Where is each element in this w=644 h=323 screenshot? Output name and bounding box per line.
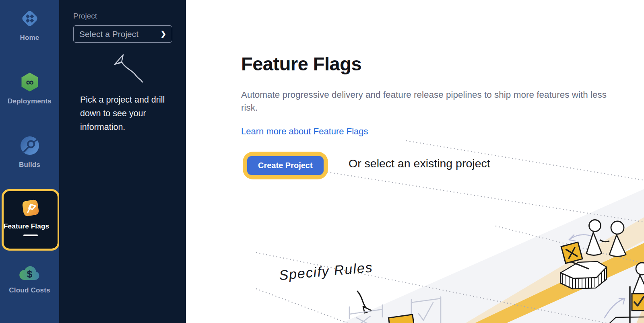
sidebar-item-feature-flags[interactable]: Feature Flags	[2, 189, 60, 251]
learn-more-link[interactable]: Learn more about Feature Flags	[241, 125, 371, 138]
page-title: Feature Flags	[241, 53, 361, 75]
home-icon	[19, 8, 40, 29]
sidebar-item-label: Cloud Costs	[0, 286, 59, 294]
sidebar-item-label: Builds	[0, 161, 59, 169]
project-panel-label: Project	[73, 12, 97, 21]
deployments-icon: ∞	[19, 72, 40, 93]
sidebar-item-builds[interactable]: Builds	[0, 135, 59, 169]
chevron-right-icon: ❯	[161, 30, 166, 38]
cloud-costs-icon: $	[18, 263, 41, 282]
or-select-text: Or select an existing project	[349, 157, 490, 170]
project-panel: Project Select a Project ❯ Pick a projec…	[59, 0, 186, 323]
svg-text:∞: ∞	[26, 76, 33, 88]
sidebar-item-label: Home	[0, 34, 59, 42]
feature-flags-icon	[20, 198, 41, 218]
builds-icon	[19, 135, 40, 156]
page-description: Automate progressive delivery and featur…	[241, 88, 623, 114]
app-window: Home ∞ Deployments Builds	[0, 0, 644, 323]
project-selector[interactable]: Select a Project ❯	[73, 25, 172, 43]
create-project-button[interactable]: Create Project	[247, 156, 324, 175]
sidebar-item-home[interactable]: Home	[0, 8, 59, 42]
main-content: Specify Rules Feature Flags Automate pro…	[186, 0, 644, 323]
sidebar-item-cloud-costs[interactable]: $ Cloud Costs	[0, 263, 59, 294]
sidebar-item-deployments[interactable]: ∞ Deployments	[0, 72, 59, 105]
module-sidebar: Home ∞ Deployments Builds	[0, 0, 59, 323]
project-selector-value: Select a Project	[79, 29, 138, 39]
project-panel-hint: Pick a project and drill down to see you…	[80, 93, 171, 134]
sidebar-item-label: Deployments	[0, 97, 59, 105]
create-project-highlight-ring: Create Project	[243, 152, 328, 179]
arrow-doodle-icon	[103, 49, 155, 89]
active-module-indicator	[23, 235, 38, 236]
sidebar-item-label: Feature Flags	[4, 222, 58, 230]
svg-text:$: $	[27, 269, 32, 280]
